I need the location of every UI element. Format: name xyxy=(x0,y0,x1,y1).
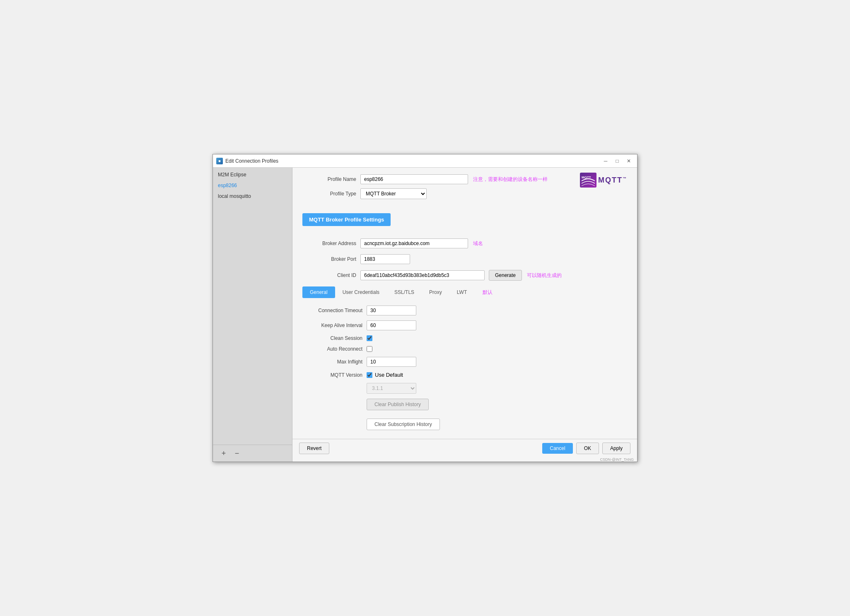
add-profile-button[interactable]: + xyxy=(218,448,229,458)
use-default-checkbox[interactable] xyxy=(367,372,372,378)
connection-timeout-input[interactable] xyxy=(367,306,416,315)
title-bar: ■ Edit Connection Profiles ─ □ ✕ xyxy=(213,154,637,168)
sidebar: M2M Eclipse esp8266 local mosquitto + − xyxy=(213,168,292,462)
remove-profile-button[interactable]: − xyxy=(231,448,243,458)
window-icon: ■ xyxy=(216,158,223,164)
broker-address-row: Broker Address 域名 xyxy=(302,238,627,248)
broker-port-input[interactable] xyxy=(360,254,410,264)
tabs-bar: General User Credentials SSL/TLS Proxy L… xyxy=(302,286,627,298)
mqtt-logo-icon: MQTT xyxy=(580,173,596,188)
content-panel: Profile Name 注意，需要和创建的设备名称一样 xyxy=(292,168,637,462)
mqtt-logo-text-group: MQTT™ xyxy=(598,176,627,185)
max-inflight-row: Max Inflight xyxy=(302,357,627,367)
broker-address-input[interactable] xyxy=(360,238,468,248)
broker-port-row: Broker Port xyxy=(302,254,627,264)
clear-publish-button[interactable]: Clear Publish History xyxy=(367,399,429,410)
clean-session-row: Clean Session xyxy=(302,335,627,341)
tab-lwt[interactable]: LWT xyxy=(449,286,474,298)
mqtt-version-select[interactable]: 3.1.1 3.1 5.0 xyxy=(367,383,416,394)
keep-alive-label: Keep Alive Interval xyxy=(302,322,362,328)
tab-general[interactable]: General xyxy=(302,286,335,298)
revert-button[interactable]: Revert xyxy=(299,443,329,454)
window-controls: ─ □ ✕ xyxy=(601,157,634,165)
generate-button[interactable]: Generate xyxy=(489,270,522,281)
section-header-wrapper: MQTT Broker Profile Settings xyxy=(302,213,627,233)
clear-publish-row: Clear Publish History xyxy=(302,399,627,414)
sidebar-footer: + − xyxy=(213,445,292,462)
tabs-wrapper: General User Credentials SSL/TLS Proxy L… xyxy=(302,286,627,298)
ok-button[interactable]: OK xyxy=(576,443,599,454)
mqtt-text: MQTT™ xyxy=(598,176,627,185)
clear-subscription-row: Clear Subscription History xyxy=(302,419,627,430)
general-settings: Connection Timeout Keep Alive Interval C… xyxy=(302,306,627,434)
bottom-bar: Revert Cancel OK Apply xyxy=(292,439,637,457)
broker-address-label: Broker Address xyxy=(302,241,356,246)
top-form-area: Profile Name 注意，需要和创建的设备名称一样 xyxy=(292,168,637,205)
tab-proxy[interactable]: Proxy xyxy=(422,286,449,298)
tab-annotation: 默认 xyxy=(483,289,493,296)
tab-user-credentials[interactable]: User Credentials xyxy=(335,286,387,298)
clean-session-checkbox-wrapper xyxy=(367,335,372,341)
auto-reconnect-row: Auto Reconnect xyxy=(302,346,627,352)
sidebar-item-esp8266[interactable]: esp8266 xyxy=(213,180,292,191)
window-title: Edit Connection Profiles xyxy=(225,158,601,164)
close-button[interactable]: ✕ xyxy=(624,157,634,165)
watermark: CSDN-@INT_TANG xyxy=(292,457,637,462)
maximize-button[interactable]: □ xyxy=(612,157,622,165)
mqtt-version-label: MQTT Version xyxy=(302,372,362,378)
auto-reconnect-checkbox[interactable] xyxy=(367,346,372,352)
section-header: MQTT Broker Profile Settings xyxy=(302,213,391,226)
profile-name-label: Profile Name xyxy=(302,176,356,182)
connection-timeout-label: Connection Timeout xyxy=(302,308,362,313)
profile-name-annotation: 注意，需要和创建的设备名称一样 xyxy=(473,176,548,183)
mqtt-version-row: MQTT Version Use Default xyxy=(302,372,627,378)
sidebar-item-m2m-eclipse[interactable]: M2M Eclipse xyxy=(213,169,292,180)
profile-name-input[interactable] xyxy=(360,174,468,184)
profile-type-row: Profile Type MQTT Broker MQTT Virtual Br… xyxy=(302,188,627,199)
broker-port-label: Broker Port xyxy=(302,256,356,262)
profile-type-select[interactable]: MQTT Broker MQTT Virtual Broker xyxy=(360,188,427,199)
keep-alive-input[interactable] xyxy=(367,320,416,330)
cancel-button[interactable]: Cancel xyxy=(542,443,572,454)
main-window: ■ Edit Connection Profiles ─ □ ✕ M2M Ecl… xyxy=(212,154,638,462)
max-inflight-label: Max Inflight xyxy=(302,359,362,365)
max-inflight-input[interactable] xyxy=(367,357,416,367)
use-default-label: Use Default xyxy=(375,372,403,378)
client-id-row: Client ID Generate 可以随机生成的 xyxy=(302,270,627,281)
generate-annotation: 可以随机生成的 xyxy=(527,272,562,279)
clear-subscription-button[interactable]: Clear Subscription History xyxy=(367,419,440,430)
sidebar-item-local-mosquitto[interactable]: local mosquitto xyxy=(213,191,292,202)
keep-alive-row: Keep Alive Interval xyxy=(302,320,627,330)
broker-address-annotation: 域名 xyxy=(473,240,483,247)
auto-reconnect-checkbox-wrapper xyxy=(367,346,372,352)
main-content: M2M Eclipse esp8266 local mosquitto + − xyxy=(213,168,637,462)
profile-type-label: Profile Type xyxy=(302,191,356,197)
apply-button[interactable]: Apply xyxy=(602,443,630,454)
mqtt-logo: MQTT MQTT™ xyxy=(580,173,627,188)
tab-ssl-tls[interactable]: SSL/TLS xyxy=(387,286,422,298)
use-default-wrapper: Use Default xyxy=(367,372,403,378)
profile-name-row: Profile Name 注意，需要和创建的设备名称一样 xyxy=(302,174,627,184)
minimize-button[interactable]: ─ xyxy=(601,157,611,165)
client-id-label: Client ID xyxy=(302,272,356,278)
connection-timeout-row: Connection Timeout xyxy=(302,306,627,315)
sidebar-items: M2M Eclipse esp8266 local mosquitto xyxy=(213,168,292,445)
client-id-input[interactable] xyxy=(360,270,485,280)
version-select-row: 3.1.1 3.1 5.0 xyxy=(302,383,627,394)
form-area: MQTT Broker Profile Settings Broker Addr… xyxy=(292,205,637,439)
clean-session-checkbox[interactable] xyxy=(367,335,372,341)
clean-session-label: Clean Session xyxy=(302,335,362,341)
auto-reconnect-label: Auto Reconnect xyxy=(302,346,362,352)
